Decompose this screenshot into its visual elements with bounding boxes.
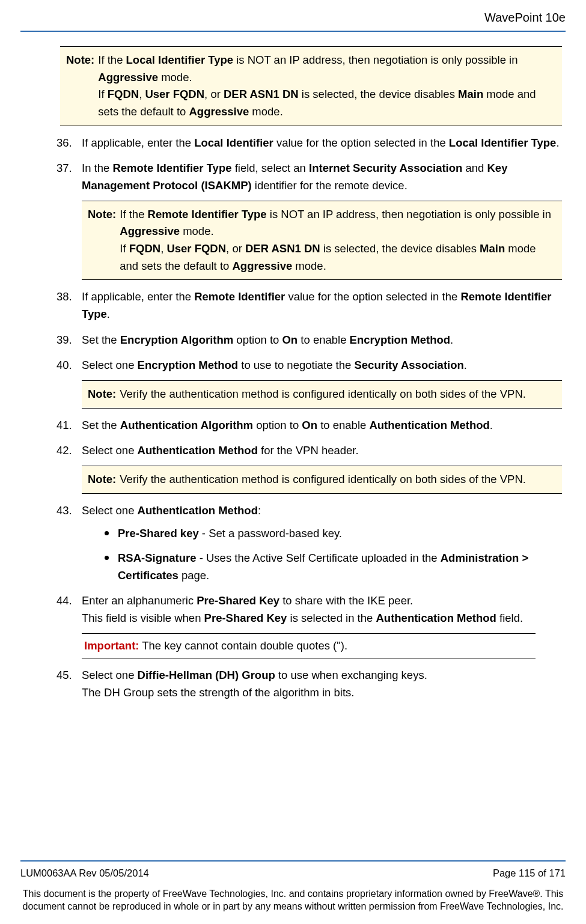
auth-method-options: Pre-Shared key - Set a password-based ke… — [105, 525, 566, 584]
step-text: Select one Encryption Method to use to n… — [82, 357, 566, 374]
note-local-identifier: Note: If the Local Identifier Type is NO… — [60, 46, 562, 126]
note-text: If the Local Identifier Type is NOT an I… — [98, 52, 556, 86]
step-text: In the Remote Identifier Type field, sel… — [82, 160, 566, 194]
step-39: 39. Set the Encryption Algorithm option … — [56, 332, 566, 349]
step-40: 40. Select one Encryption Method to use … — [56, 357, 566, 408]
step-number: 44. — [56, 592, 72, 610]
step-text: The DH Group sets the strength of the al… — [82, 684, 566, 702]
note-remote-identifier: Note: If the Remote Identifier Type is N… — [82, 201, 562, 281]
step-number: 40. — [56, 357, 72, 374]
page-footer: LUM0063AA Rev 05/05/2014 Page 115 of 171… — [0, 860, 586, 913]
content: Note: If the Local Identifier Type is NO… — [20, 46, 566, 702]
step-number: 39. — [56, 332, 72, 349]
step-text: Select one Authentication Method for the… — [82, 442, 566, 460]
header-rule — [20, 31, 566, 32]
step-44: 44. Enter an alphanumeric Pre-Shared Key… — [56, 592, 566, 658]
step-number: 43. — [56, 502, 72, 520]
note-label: Note: — [88, 471, 120, 488]
step-text: Set the Authentication Algorithm option … — [82, 417, 566, 434]
step-text: If applicable, enter the Local Identifie… — [82, 135, 566, 152]
important-label: Important: — [84, 639, 139, 652]
step-42: 42. Select one Authentication Method for… — [56, 442, 566, 493]
step-41: 41. Set the Authentication Algorithm opt… — [56, 417, 566, 434]
note-text: Verify the authentication method is conf… — [120, 386, 556, 403]
note-verify-auth-2: Note: Verify the authentication method i… — [82, 466, 562, 494]
step-number: 38. — [56, 288, 72, 306]
note-label: Note: — [88, 386, 120, 403]
note-text: If the Remote Identifier Type is NOT an … — [120, 206, 556, 240]
important-text: The key cannot contain double quotes (")… — [142, 639, 347, 652]
step-text: Select one Authentication Method: — [82, 502, 566, 520]
step-37: 37. In the Remote Identifier Type field,… — [56, 160, 566, 280]
step-text: Select one Diffie-Hellman (DH) Group to … — [82, 667, 566, 684]
note-body: Verify the authentication method is conf… — [120, 471, 556, 488]
step-45: 45. Select one Diffie-Hellman (DH) Group… — [56, 667, 566, 701]
note-text: Verify the authentication method is conf… — [120, 471, 556, 488]
note-body: If the Remote Identifier Type is NOT an … — [120, 206, 556, 275]
page: WavePoint 10e Note: If the Local Identif… — [0, 0, 586, 924]
step-36: 36. If applicable, enter the Local Ident… — [56, 135, 566, 152]
note-text: If FQDN, User FQDN, or DER ASN1 DN is se… — [120, 240, 556, 275]
note-verify-auth-1: Note: Verify the authentication method i… — [82, 380, 562, 409]
footer-doc-id: LUM0063AA Rev 05/05/2014 — [20, 866, 149, 881]
step-43: 43. Select one Authentication Method: Pr… — [56, 502, 566, 585]
note-label: Note: — [66, 52, 98, 121]
note-body: If the Local Identifier Type is NOT an I… — [98, 52, 556, 121]
footer-rule — [20, 860, 566, 862]
note-text: If FQDN, User FQDN, or DER ASN1 DN is se… — [98, 86, 556, 120]
step-number: 42. — [56, 442, 72, 460]
step-text: Enter an alphanumeric Pre-Shared Key to … — [82, 592, 566, 610]
step-38: 38. If applicable, enter the Remote Iden… — [56, 288, 566, 323]
page-header-title: WavePoint 10e — [20, 8, 566, 27]
steps-list: 36. If applicable, enter the Local Ident… — [56, 135, 566, 702]
footer-page-number: Page 115 of 171 — [493, 866, 566, 881]
list-item: Pre-Shared key - Set a password-based ke… — [105, 525, 566, 543]
list-item: RSA-Signature - Uses the Active Self Cer… — [105, 550, 566, 584]
step-text: Set the Encryption Algorithm option to O… — [82, 332, 566, 349]
note-label: Note: — [88, 206, 120, 275]
step-text: If applicable, enter the Remote Identifi… — [82, 288, 566, 323]
step-number: 45. — [56, 667, 72, 684]
step-text: This field is visible when Pre-Shared Ke… — [82, 610, 566, 627]
footer-notice: This document is the property of FreeWav… — [20, 887, 566, 913]
step-number: 41. — [56, 417, 72, 434]
important-callout: Important: The key cannot contain double… — [82, 633, 536, 659]
step-number: 37. — [56, 160, 72, 177]
step-number: 36. — [56, 135, 72, 152]
note-body: Verify the authentication method is conf… — [120, 386, 556, 403]
